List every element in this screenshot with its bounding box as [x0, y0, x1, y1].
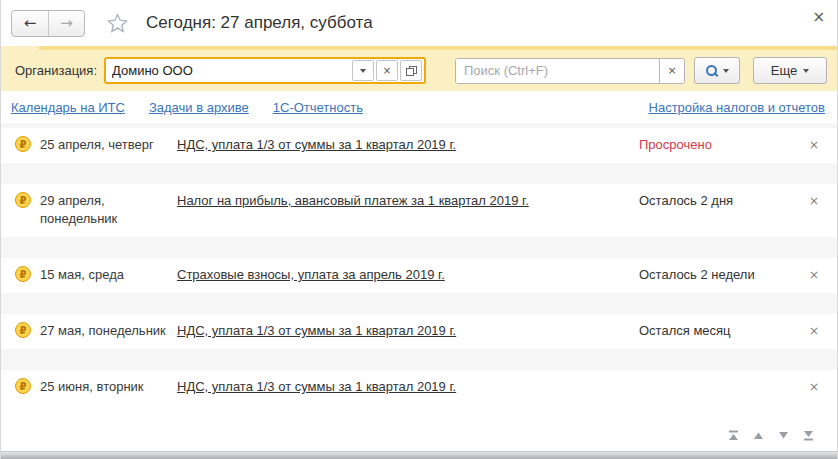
scroll-to-bottom-icon[interactable] [801, 429, 815, 441]
row-separator [1, 293, 837, 314]
scroll-up-icon[interactable] [751, 429, 765, 441]
accountant-calendar-window: ← → Сегодня: 27 апреля, суббота × Органи… [0, 0, 838, 459]
scroll-to-top-icon[interactable] [726, 429, 740, 441]
search-options-arrow-icon [723, 69, 729, 73]
favorite-star-icon[interactable] [107, 13, 128, 33]
search-button[interactable] [694, 57, 740, 84]
ruble-coin-icon: ₽ [15, 266, 31, 282]
task-list: ₽ 25 апреля, четверг НДС, уплата 1/3 от … [1, 123, 837, 405]
page-title: Сегодня: 27 апреля, суббота [146, 13, 373, 33]
history-nav-group: ← → [11, 10, 85, 37]
organization-dropdown-icon[interactable] [352, 60, 374, 81]
task-link[interactable]: Налог на прибыль, авансовый платеж за 1 … [177, 192, 639, 210]
task-link[interactable]: Страховые взносы, уплата за апрель 2019 … [177, 266, 639, 284]
search-field: × [455, 58, 685, 84]
ruble-coin-icon: ₽ [15, 322, 31, 338]
task-date: 29 апреля, понедельник [40, 192, 177, 228]
organization-clear-icon[interactable]: × [376, 60, 398, 81]
task-link[interactable]: НДС, уплата 1/3 от суммы за 1 квартал 20… [177, 136, 639, 154]
link-tax-settings[interactable]: Настройка налогов и отчетов [649, 100, 825, 115]
window-header: ← → Сегодня: 27 апреля, суббота × [1, 0, 837, 46]
close-window-icon[interactable]: × [812, 10, 825, 25]
task-date: 25 апреля, четверг [40, 136, 177, 154]
task-dismiss-icon[interactable]: × [791, 322, 837, 340]
search-clear-icon[interactable]: × [659, 59, 684, 83]
task-status: Осталось 2 дня [639, 192, 791, 210]
task-dismiss-icon[interactable]: × [791, 266, 837, 284]
task-status: Просрочено [639, 136, 791, 154]
row-separator [1, 237, 837, 258]
task-row: ₽ 27 мая, понедельник НДС, уплата 1/3 от… [1, 314, 837, 349]
task-link[interactable]: НДС, уплата 1/3 от суммы за 1 квартал 20… [177, 322, 639, 340]
task-date: 25 июня, вторник [40, 378, 177, 396]
row-separator [1, 163, 837, 184]
task-row: ₽ 15 мая, среда Страховые взносы, уплата… [1, 258, 837, 293]
organization-open-icon[interactable] [400, 60, 422, 81]
ruble-coin-icon: ₽ [15, 192, 31, 208]
task-status: Остался месяц [639, 322, 791, 340]
window-bottom-frame [1, 451, 837, 459]
task-dismiss-icon[interactable]: × [791, 378, 837, 396]
scroll-controls [726, 429, 815, 441]
organization-input[interactable] [106, 60, 350, 81]
forward-button[interactable]: → [48, 11, 84, 36]
ruble-coin-icon: ₽ [15, 136, 31, 152]
more-arrow-icon [803, 69, 809, 73]
search-icon [706, 65, 717, 76]
organization-label: Организация: [15, 63, 97, 78]
command-links-row: Календарь на ИТС Задачи в архиве 1С-Отче… [1, 91, 837, 123]
row-separator [1, 349, 837, 370]
link-1c-reporting[interactable]: 1С-Отчетность [273, 100, 363, 115]
task-link[interactable]: НДС, уплата 1/3 от суммы за 1 квартал 20… [177, 378, 639, 396]
toolbar: Организация: × × Еще [1, 50, 837, 91]
link-calendar-its[interactable]: Календарь на ИТС [11, 100, 125, 115]
link-archive-tasks[interactable]: Задачи в архиве [149, 100, 249, 115]
back-button[interactable]: ← [12, 11, 48, 36]
scroll-down-icon[interactable] [776, 429, 790, 441]
task-dismiss-icon[interactable]: × [791, 192, 837, 210]
task-row: ₽ 29 апреля, понедельник Налог на прибыл… [1, 184, 837, 237]
ruble-coin-icon: ₽ [15, 378, 31, 394]
task-status: Осталось 2 недели [639, 266, 791, 284]
organization-combo[interactable]: × [104, 57, 426, 84]
more-button-label: Еще [771, 63, 797, 78]
search-input[interactable] [456, 59, 659, 83]
task-date: 27 мая, понедельник [40, 322, 177, 340]
task-row: ₽ 25 апреля, четверг НДС, уплата 1/3 от … [1, 128, 837, 163]
more-button[interactable]: Еще [753, 57, 827, 84]
task-row: ₽ 25 июня, вторник НДС, уплата 1/3 от су… [1, 370, 837, 405]
task-date: 15 мая, среда [40, 266, 177, 284]
accent-divider [1, 46, 837, 50]
task-dismiss-icon[interactable]: × [791, 136, 837, 154]
